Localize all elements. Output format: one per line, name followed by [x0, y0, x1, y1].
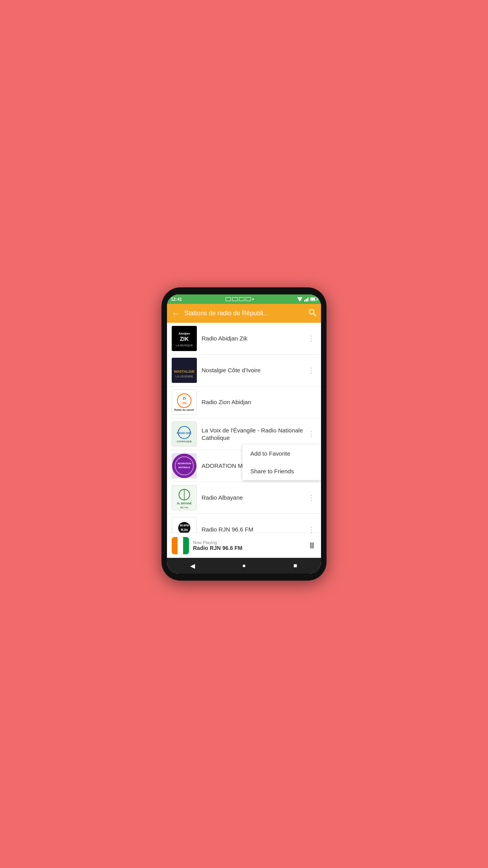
- station-logo: Abidjan ZIK LA MUSIQUE: [172, 326, 197, 351]
- svg-text:MATINALE: MATINALE: [178, 466, 190, 469]
- icon-box-1: [226, 297, 231, 301]
- wifi-icon: [297, 297, 303, 302]
- share-friends-menu-item[interactable]: Share to Friends: [242, 462, 321, 480]
- station-menu-button[interactable]: ⋮: [306, 490, 316, 505]
- flag-orange: [172, 537, 178, 554]
- svg-text:RJN: RJN: [181, 528, 187, 532]
- icon-box-2: [232, 297, 238, 301]
- status-time: 12:41: [171, 297, 182, 302]
- app-bar: ← Stations de radio de Républi...: [167, 304, 321, 323]
- svg-text:95.7 fm: 95.7 fm: [180, 506, 188, 509]
- now-playing-title: Radio RJN 96.6 FM: [193, 545, 308, 551]
- svg-text:Radio du savoir: Radio du savoir: [174, 408, 194, 411]
- station-name: Radio Abidjan Zik: [202, 335, 306, 342]
- back-button[interactable]: ←: [172, 309, 180, 318]
- status-dot: [252, 298, 254, 300]
- icon-box-4: [246, 297, 251, 301]
- station-menu-button[interactable]: ⋮: [306, 363, 316, 378]
- svg-text:Abidjan: Abidjan: [178, 332, 190, 335]
- status-bar: 12:41: [167, 294, 321, 304]
- svg-text:RADIO NAT.: RADIO NAT.: [177, 432, 192, 434]
- svg-text:CATHOLIQUE: CATHOLIQUE: [177, 440, 192, 443]
- station-menu-button[interactable]: ⋮: [306, 331, 316, 346]
- signal-icon: [304, 297, 308, 302]
- now-playing-logo: [172, 537, 189, 554]
- svg-text:ZIK: ZIK: [180, 336, 189, 342]
- svg-line-2: [314, 314, 316, 316]
- station-logo: ADORATION MATINALE: [172, 453, 197, 478]
- now-playing-info: Now Playing : Radio RJN 96.6 FM: [193, 540, 308, 551]
- svg-text:NOSTALGIE: NOSTALGIE: [174, 370, 194, 373]
- station-menu-button[interactable]: ⋮: [306, 427, 316, 441]
- flag-green: [183, 537, 189, 554]
- app-title: Stations de radio de Républi...: [184, 310, 308, 317]
- status-icons-left: [226, 297, 254, 301]
- nav-home-button[interactable]: ●: [236, 558, 252, 574]
- station-logo: RADIO NAT. CATHOLIQUE: [172, 421, 197, 447]
- station-logo: AL BAYANE 95.7 fm: [172, 485, 197, 510]
- nav-bar: ◀ ● ■: [167, 558, 321, 574]
- station-item[interactable]: Zi ON Radio du savoir Radio Zion Abidjan…: [167, 386, 321, 418]
- station-item[interactable]: Abidjan ZIK LA MUSIQUE Radio Abidjan Zik…: [167, 323, 321, 355]
- station-name: Nostalgie Côte d'Ivoire: [202, 366, 306, 374]
- svg-text:ADORATION: ADORATION: [178, 462, 191, 465]
- station-item[interactable]: AL BAYANE 95.7 fm Radio Albayane ⋮: [167, 482, 321, 514]
- now-playing-label: Now Playing :: [193, 540, 308, 545]
- now-playing-bar[interactable]: Now Playing : Radio RJN 96.6 FM ⏸: [167, 533, 321, 558]
- svg-marker-0: [297, 297, 303, 302]
- phone-screen: 12:41: [167, 294, 321, 574]
- svg-text:LA MUSIQUE: LA MUSIQUE: [176, 344, 193, 347]
- icon-box-3: [239, 297, 244, 301]
- svg-text:Zi: Zi: [183, 396, 186, 400]
- signal-bar-3: [307, 298, 308, 302]
- nav-back-button[interactable]: ◀: [185, 558, 200, 574]
- station-name: La Voix de l'Évangile - Radio Nationale …: [202, 427, 306, 442]
- battery-icon: [310, 297, 317, 301]
- station-item[interactable]: NOSTALGIE LA LÉGENDE Nostalgie Côte d'Iv…: [167, 355, 321, 386]
- search-icon: [308, 309, 316, 316]
- station-name: Radio RJN 96.6 FM: [202, 526, 306, 533]
- pause-button[interactable]: ⏸: [308, 541, 316, 551]
- context-menu: Add to Favorite Share to Friends: [242, 445, 321, 480]
- add-favorite-menu-item[interactable]: Add to Favorite: [242, 445, 321, 462]
- svg-text:LA LÉGENDE: LA LÉGENDE: [176, 375, 193, 378]
- station-logo: NOSTALGIE LA LÉGENDE: [172, 358, 197, 383]
- station-logo: 96.6FM RJN 96.6 FM: [172, 517, 197, 533]
- station-item[interactable]: 96.6FM RJN 96.6 FM Radio RJN 96.6 FM ⋮: [167, 514, 321, 533]
- station-name: Radio Albayane: [202, 494, 306, 502]
- battery-fill: [311, 298, 315, 300]
- svg-text:ON: ON: [182, 401, 187, 405]
- search-button[interactable]: [308, 309, 316, 318]
- status-icons-right: [297, 297, 317, 302]
- svg-text:96.6FM: 96.6FM: [180, 524, 189, 527]
- signal-bar-1: [304, 300, 305, 302]
- stations-list: Abidjan ZIK LA MUSIQUE Radio Abidjan Zik…: [167, 323, 321, 533]
- svg-text:AL BAYANE: AL BAYANE: [177, 502, 192, 505]
- station-name: Radio Zion Abidjan: [202, 398, 316, 406]
- nav-recent-button[interactable]: ■: [288, 558, 303, 574]
- content-area: Abidjan ZIK LA MUSIQUE Radio Abidjan Zik…: [167, 323, 321, 533]
- station-logo: Zi ON Radio du savoir: [172, 390, 197, 415]
- flag-white: [178, 537, 183, 554]
- station-menu-button[interactable]: ⋮: [306, 522, 316, 533]
- phone-frame: 12:41: [161, 287, 327, 581]
- signal-bar-2: [306, 299, 307, 302]
- svg-point-1: [309, 309, 314, 314]
